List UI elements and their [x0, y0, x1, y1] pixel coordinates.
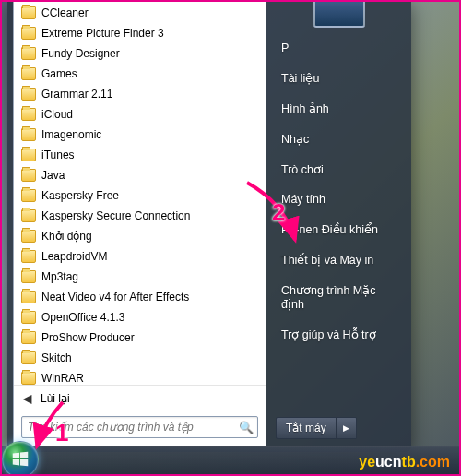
program-folder-label: WinRAR [41, 372, 84, 385]
program-folder-item[interactable]: Extreme Picture Finder 3 [14, 23, 266, 43]
program-folder-item[interactable]: Neat Video v4 for After Effects [14, 287, 266, 307]
program-folder-item[interactable]: Grammar 2.11 [14, 84, 266, 104]
folder-icon [21, 209, 36, 222]
start-menu-left-pane: CCleanerExtreme Picture Finder 3Fundy De… [13, 0, 266, 446]
search-container: 🔍 [14, 411, 266, 446]
program-folder-label: Neat Video v4 for After Effects [41, 291, 189, 303]
program-folder-item[interactable]: WinRAR [14, 368, 266, 385]
program-folder-label: LeapdroidVM [41, 250, 107, 263]
start-button[interactable] [2, 441, 39, 476]
program-folder-label: iTunes [41, 149, 75, 161]
start-menu: CCleanerExtreme Picture Finder 3Fundy De… [7, 0, 411, 452]
folder-icon [21, 6, 36, 19]
right-pane-link[interactable]: Hình ảnh [272, 93, 406, 124]
program-folder-item[interactable]: Khởi động [14, 226, 266, 246]
program-folder-label: Extreme Picture Finder 3 [41, 27, 164, 40]
right-pane-link[interactable]: Chương trình Mặc định [272, 275, 406, 319]
back-button[interactable]: ◀ Lùi lại [14, 385, 266, 411]
program-folder-item[interactable]: Fundy Designer [14, 43, 266, 64]
program-folder-label: Grammar 2.11 [41, 88, 112, 101]
folder-icon [21, 47, 36, 60]
start-menu-right-pane: PTài liệuHình ảnhNhạcTrò chơiMáy tínhPa-… [266, 0, 411, 452]
folder-icon [21, 67, 36, 80]
right-pane-link[interactable]: Pa-nen Điều khiển [272, 214, 406, 244]
program-folder-label: iCloud [41, 108, 73, 121]
right-pane-link[interactable]: Tài liệu [272, 63, 406, 93]
program-folder-item[interactable]: Java [14, 165, 266, 185]
program-folder-item[interactable]: Mp3tag [14, 267, 266, 287]
program-folder-label: Khởi động [41, 230, 92, 243]
right-pane-link[interactable]: Máy tính [272, 184, 406, 214]
program-folder-item[interactable]: iCloud [14, 104, 266, 125]
program-folder-item[interactable]: Kaspersky Free [14, 185, 266, 206]
right-pane-link[interactable]: P [272, 33, 406, 63]
program-folder-item[interactable]: Skitch [14, 348, 266, 368]
program-folder-label: Kaspersky Secure Connection [41, 209, 190, 222]
folder-icon [21, 250, 36, 263]
program-folder-item[interactable]: OpenOffice 4.1.3 [14, 307, 266, 327]
all-programs-list[interactable]: CCleanerExtreme Picture Finder 3Fundy De… [14, 1, 266, 385]
program-folder-item[interactable]: iTunes [14, 145, 266, 165]
folder-icon [21, 169, 36, 182]
back-label: Lùi lại [41, 392, 70, 405]
shutdown-row: Tắt máy ▶ [266, 410, 411, 448]
back-arrow-icon: ◀ [23, 392, 31, 405]
program-folder-label: Kaspersky Free [41, 189, 119, 202]
program-folder-item[interactable]: ProShow Producer [14, 327, 266, 348]
folder-icon [21, 270, 36, 283]
windows-logo-icon [10, 449, 30, 470]
watermark: yeucntb.com [359, 454, 450, 470]
right-pane-link[interactable]: Nhạc [272, 124, 406, 154]
program-folder-label: Java [41, 169, 65, 182]
right-pane-link[interactable]: Thiết bị và Máy in [272, 244, 406, 275]
folder-icon [21, 108, 36, 121]
folder-icon [21, 311, 36, 324]
shutdown-options-button[interactable]: ▶ [337, 417, 357, 439]
user-avatar[interactable] [313, 0, 365, 28]
shutdown-button[interactable]: Tắt máy [276, 417, 337, 439]
folder-icon [21, 27, 36, 40]
program-folder-item[interactable]: LeapdroidVM [14, 246, 266, 267]
search-box[interactable]: 🔍 [21, 416, 258, 438]
search-icon[interactable]: 🔍 [239, 421, 254, 434]
folder-icon [21, 149, 36, 161]
program-folder-label: Games [41, 67, 77, 80]
program-folder-label: OpenOffice 4.1.3 [41, 311, 125, 324]
folder-icon [21, 128, 36, 141]
program-folder-label: CCleaner [41, 6, 89, 19]
program-folder-label: ProShow Producer [41, 331, 135, 344]
right-pane-link[interactable]: Trò chơi [272, 154, 406, 184]
folder-icon [21, 331, 36, 344]
program-folder-item[interactable]: Imagenomic [14, 125, 266, 145]
right-links-list: PTài liệuHình ảnhNhạcTrò chơiMáy tínhPa-… [266, 33, 411, 410]
folder-icon [21, 291, 36, 303]
folder-icon [21, 230, 36, 243]
program-folder-label: Fundy Designer [41, 47, 120, 60]
folder-icon [21, 189, 36, 202]
program-folder-label: Mp3tag [41, 270, 78, 283]
search-input[interactable] [28, 421, 239, 434]
program-folder-label: Imagenomic [41, 128, 101, 141]
program-folder-item[interactable]: CCleaner [14, 3, 266, 23]
program-folder-item[interactable]: Games [14, 64, 266, 84]
program-folder-label: Skitch [41, 351, 72, 364]
right-pane-link[interactable]: Trợ giúp và Hỗ trợ [272, 319, 406, 350]
program-folder-item[interactable]: Kaspersky Secure Connection [14, 206, 266, 226]
folder-icon [21, 351, 36, 364]
folder-icon [21, 372, 36, 385]
folder-icon [21, 88, 36, 101]
